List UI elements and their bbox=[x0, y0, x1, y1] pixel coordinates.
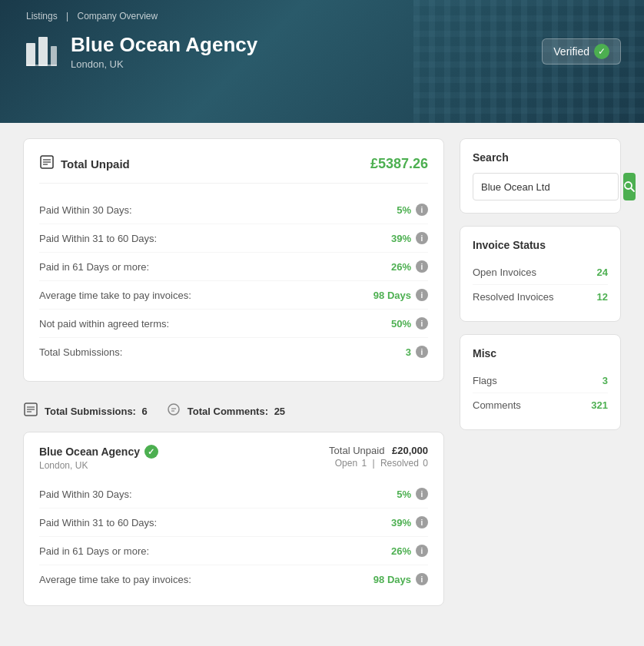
svg-rect-0 bbox=[26, 43, 35, 66]
invoice-status-row: Open Invoices 24 bbox=[473, 260, 608, 285]
invoice-status-value: 12 bbox=[597, 291, 608, 303]
sub-company-name: Blue Ocean Agency ✓ bbox=[39, 445, 158, 459]
sub-company-card: Blue Ocean Agency ✓ London, UK Total Unp… bbox=[23, 432, 444, 606]
stat-row: Paid in 61 Days or more: 26% i bbox=[39, 253, 428, 281]
info-icon[interactable]: i bbox=[416, 204, 428, 216]
company-info: Blue Ocean Agency London, UK bbox=[23, 31, 257, 72]
info-icon[interactable]: i bbox=[416, 346, 428, 358]
total-unpaid-title: Total Unpaid bbox=[61, 157, 130, 171]
search-input-wrap bbox=[473, 173, 608, 200]
info-icon[interactable]: i bbox=[416, 516, 428, 528]
sub-stats-list: Paid Within 30 Days: 5% i Paid Within 31… bbox=[39, 480, 428, 593]
breadcrumb-listings[interactable]: Listings bbox=[26, 11, 58, 22]
sub-stat-label: Paid in 61 Days or more: bbox=[39, 545, 149, 557]
sub-stat-row: Paid Within 31 to 60 Days: 39% i bbox=[39, 509, 428, 537]
stat-value: 3 i bbox=[406, 346, 428, 358]
misc-value: 3 bbox=[603, 375, 608, 386]
invoice-status-label: Open Invoices bbox=[473, 267, 536, 278]
total-comments-label: Total Comments: 25 bbox=[188, 406, 285, 417]
search-title: Search bbox=[473, 151, 608, 164]
sub-company-location: London, UK bbox=[39, 460, 158, 471]
sub-verified-icon: ✓ bbox=[144, 445, 158, 459]
total-unpaid-icon bbox=[39, 154, 55, 174]
page-header: Listings | Company Overview Blue Ocean A… bbox=[0, 0, 644, 123]
sub-stat-label: Average time take to pay invoices: bbox=[39, 574, 191, 585]
left-column: Total Unpaid £5387.26 Paid Within 30 Day… bbox=[23, 138, 444, 606]
misc-label: Comments bbox=[473, 399, 521, 411]
svg-rect-1 bbox=[38, 37, 48, 66]
stat-label: Total Submissions: bbox=[39, 346, 122, 358]
misc-label: Flags bbox=[473, 375, 497, 386]
sub-stat-row: Paid Within 30 Days: 5% i bbox=[39, 480, 428, 509]
stat-label: Not paid within agreed terms: bbox=[39, 318, 169, 330]
invoice-status-panel: Invoice Status Open Invoices 24 Resolved… bbox=[460, 226, 621, 322]
svg-rect-2 bbox=[51, 46, 57, 66]
submissions-bar: Total Submissions: 6 Total Comments: 25 bbox=[23, 394, 444, 432]
stat-row: Average time take to pay invoices: 98 Da… bbox=[39, 281, 428, 310]
sub-open-resolved: Open 1 | Resolved 0 bbox=[329, 458, 428, 469]
misc-row: Flags 3 bbox=[473, 369, 608, 393]
company-name: Blue Ocean Agency bbox=[71, 33, 257, 57]
invoice-status-row: Resolved Invoices 12 bbox=[473, 285, 608, 309]
stat-value: 5% i bbox=[397, 204, 428, 216]
info-icon[interactable]: i bbox=[416, 260, 428, 273]
misc-panel: Misc Flags 3 Comments 321 bbox=[460, 334, 621, 430]
info-icon[interactable]: i bbox=[416, 488, 428, 500]
right-column: Search Invoice Status Open Invoices 24 R… bbox=[460, 138, 621, 606]
sub-stat-value: 5% i bbox=[397, 488, 428, 500]
stat-value: 50% i bbox=[391, 317, 428, 330]
invoice-status-value: 24 bbox=[597, 267, 608, 278]
misc-title: Misc bbox=[473, 347, 608, 359]
sub-stat-label: Paid Within 31 to 60 Days: bbox=[39, 517, 157, 528]
sub-total-amount: £20,000 bbox=[392, 445, 428, 456]
sub-stat-label: Paid Within 30 Days: bbox=[39, 489, 132, 500]
stats-list: Paid Within 30 Days: 5% i Paid Within 31… bbox=[39, 196, 428, 366]
misc-value: 321 bbox=[591, 399, 608, 411]
sub-stat-row: Paid in 61 Days or more: 26% i bbox=[39, 537, 428, 565]
verified-badge: Verified ✓ bbox=[542, 38, 621, 65]
search-panel: Search bbox=[460, 138, 621, 214]
info-icon[interactable]: i bbox=[416, 232, 428, 244]
stat-value: 26% i bbox=[391, 260, 428, 273]
sub-stat-value: 98 Days i bbox=[373, 573, 428, 585]
sub-stat-value: 39% i bbox=[391, 516, 428, 528]
company-location: London, UK bbox=[71, 58, 257, 70]
info-icon[interactable]: i bbox=[416, 545, 428, 557]
stat-row: Paid Within 30 Days: 5% i bbox=[39, 196, 428, 224]
total-submissions-label: Total Submissions: 6 bbox=[45, 406, 148, 417]
search-button[interactable] bbox=[623, 173, 636, 200]
stat-row: Not paid within agreed terms: 50% i bbox=[39, 310, 428, 338]
verified-check-icon: ✓ bbox=[594, 44, 609, 59]
info-icon[interactable]: i bbox=[416, 573, 428, 585]
submissions-icon bbox=[23, 402, 38, 421]
search-input[interactable] bbox=[473, 173, 619, 200]
sub-total-right: Total Unpaid £20,000 Open 1 | Resolved 0 bbox=[329, 445, 428, 469]
sub-stat-row: Average time take to pay invoices: 98 Da… bbox=[39, 565, 428, 593]
invoice-status-rows: Open Invoices 24 Resolved Invoices 12 bbox=[473, 260, 608, 309]
verified-label: Verified bbox=[553, 45, 589, 58]
misc-rows: Flags 3 Comments 321 bbox=[473, 369, 608, 417]
breadcrumb: Listings | Company Overview bbox=[0, 0, 644, 22]
total-submissions-item: Total Submissions: 6 bbox=[23, 402, 148, 421]
stat-label: Paid Within 31 to 60 Days: bbox=[39, 233, 157, 244]
invoice-status-title: Invoice Status bbox=[473, 239, 608, 251]
svg-line-16 bbox=[631, 188, 634, 191]
misc-row: Comments 321 bbox=[473, 393, 608, 417]
svg-point-12 bbox=[168, 404, 179, 415]
stat-label: Paid in 61 Days or more: bbox=[39, 261, 149, 273]
breadcrumb-sep: | bbox=[66, 11, 68, 22]
breadcrumb-page: Company Overview bbox=[78, 11, 158, 22]
total-unpaid-card: Total Unpaid £5387.26 Paid Within 30 Day… bbox=[23, 138, 444, 382]
info-icon[interactable]: i bbox=[416, 289, 428, 301]
stat-value: 98 Days i bbox=[373, 289, 428, 301]
svg-rect-3 bbox=[26, 65, 57, 66]
total-unpaid-amount: £5387.26 bbox=[370, 156, 428, 172]
info-icon[interactable]: i bbox=[416, 317, 428, 330]
stat-row: Paid Within 31 to 60 Days: 39% i bbox=[39, 224, 428, 253]
stat-row: Total Submissions: 3 i bbox=[39, 338, 428, 366]
comments-icon bbox=[166, 402, 181, 421]
stat-value: 39% i bbox=[391, 232, 428, 244]
company-icon bbox=[23, 31, 60, 72]
total-comments-item: Total Comments: 25 bbox=[166, 402, 285, 421]
stat-label: Paid Within 30 Days: bbox=[39, 204, 132, 216]
